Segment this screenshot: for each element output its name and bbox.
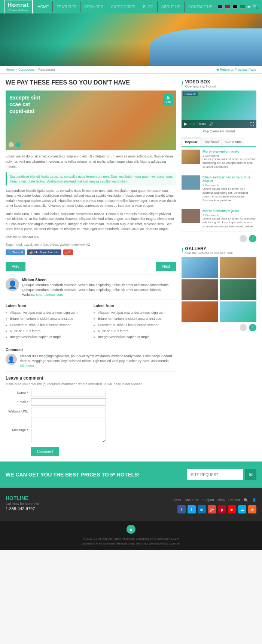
tab-popular[interactable]: Popular	[182, 138, 201, 146]
cta-input[interactable]	[187, 469, 243, 480]
tab-top-read[interactable]: Top Read	[201, 138, 222, 146]
header-right: ⇄ 🔍	[217, 4, 258, 9]
list-item[interactable]: Integer vestibulum sapien et turpis	[10, 334, 88, 340]
list-item[interactable]: Integer vestibulum sapien et turpis	[98, 334, 176, 340]
article-body-3: Nulla nulla urna, luctus ut dui lacinia,…	[6, 212, 176, 232]
website-row: Website URL	[6, 408, 176, 415]
list-item[interactable]: Etiam fermentum tincidunt arcu at tristi…	[98, 316, 176, 322]
social-linkedin[interactable]: in	[198, 505, 206, 513]
related-title-3[interactable]: Morbi elementum justo	[202, 209, 256, 213]
author-website[interactable]: smartaddons.com	[36, 293, 63, 297]
nav-categories[interactable]: CATEGORIES	[107, 1, 139, 12]
comment-submit-button[interactable]: Comment	[31, 447, 59, 456]
carousel-dot-2[interactable]	[15, 142, 21, 147]
sidebar: / VIDEO BOX Overview clip Honrat Lanzaro…	[182, 79, 256, 456]
share-icon[interactable]: ⇄	[247, 5, 250, 9]
gallery-prev-button[interactable]: ‹	[240, 324, 247, 331]
flag-es[interactable]	[225, 5, 230, 9]
fullscreen-icon[interactable]: ⛶	[250, 122, 254, 126]
list-item[interactable]: Aliquam volutpat erat at dui ultrices di…	[98, 310, 176, 316]
video-total-time: 0:00	[199, 122, 206, 126]
gallery-subtitle: See the pictures of our beautiful	[185, 251, 232, 255]
breadcrumb-home[interactable]: Home	[6, 68, 15, 71]
carousel-dot-1[interactable]	[9, 142, 14, 147]
submit-row: Comment	[6, 445, 176, 456]
social-twitter[interactable]: t	[188, 505, 196, 513]
highlight-text-1: Suspendisse blandit ligula turpis, ac co…	[10, 175, 173, 178]
cta-send-button[interactable]: ✉	[245, 469, 256, 480]
tab-comments[interactable]: Comments	[222, 138, 245, 146]
nav-services[interactable]: SERVICES	[80, 1, 107, 12]
gallery-thumb-1[interactable]	[182, 257, 218, 278]
list-item[interactable]: Nunc at purus lorem	[98, 328, 176, 334]
commenter-avatar: 👤	[6, 354, 17, 365]
social-row: 🐦 Tweet 0 👍 Like 0 you like this. g+1	[6, 249, 176, 255]
video-box-subtitle: Overview clip Honrat	[185, 85, 216, 88]
footer-user-icon[interactable]: 👤	[252, 498, 256, 502]
gplus-button[interactable]: g+1	[63, 249, 73, 255]
related-title-1[interactable]: Morbi elementum justo	[202, 150, 256, 153]
video-controls: ▶ 0:00 / 0:00 🔊 ⛶	[182, 120, 256, 128]
tweet-button[interactable]: 🐦 Tweet 0	[6, 249, 25, 255]
prev-button[interactable]: Prev	[6, 262, 25, 271]
flag-it[interactable]	[240, 5, 245, 9]
message-input[interactable]	[31, 417, 106, 443]
breadcrumb-categories[interactable]: Categories	[18, 68, 35, 71]
scroll-top-button[interactable]: ▲	[127, 525, 135, 534]
nav-contact[interactable]: CONTACT US	[185, 1, 216, 12]
gallery-thumb-4[interactable]	[220, 279, 256, 300]
volume-slider[interactable]	[216, 123, 248, 124]
footer-phone: 1-858-442-9797	[6, 506, 127, 511]
play-icon[interactable]: ▶	[184, 121, 187, 126]
name-input[interactable]	[31, 389, 106, 396]
comment-link[interactable]: Slimment	[20, 364, 34, 368]
footer-link-blog[interactable]: Blog	[218, 498, 225, 502]
nav-blog[interactable]: BLOG	[139, 1, 158, 12]
logo-sub: Charm & Cosy	[9, 9, 28, 12]
logo[interactable]: Honrat Charm & Cosy	[4, 0, 33, 14]
flag-uk[interactable]	[217, 5, 223, 9]
footer-link-contact[interactable]: Contact	[228, 498, 240, 502]
email-input[interactable]	[31, 398, 106, 406]
featured-image: Excepte sint ccae cat cupid-atat	[6, 91, 176, 150]
sidebar-next-button[interactable]: ›	[249, 235, 256, 242]
search-icon[interactable]: 🔍	[253, 4, 258, 9]
gallery-thumb-5[interactable]	[182, 301, 218, 322]
social-youtube[interactable]: ▶	[228, 505, 236, 513]
list-item[interactable]: Nunc at purus lorem	[10, 328, 88, 334]
social-skype[interactable]: ☁	[238, 505, 246, 513]
nav-about[interactable]: ABOUT US	[158, 1, 185, 12]
name-label: Name *	[6, 391, 28, 395]
social-pinterest[interactable]: p	[218, 505, 226, 513]
video-thumbnail[interactable]: Lanzarote ▶ 0:00 / 0:00 🔊 ⛶	[182, 91, 256, 128]
social-rss[interactable]: ⊛	[248, 505, 256, 513]
next-button[interactable]: Next	[156, 262, 176, 271]
gallery-thumb-6[interactable]	[220, 301, 256, 322]
breadcrumb-return[interactable]: ◀ Return to Previous Page	[216, 68, 256, 71]
gallery-thumb-2[interactable]	[220, 257, 256, 278]
footer-link-plans[interactable]: Plans	[173, 498, 181, 502]
gallery-next-button[interactable]: ›	[249, 324, 256, 331]
nav-home[interactable]: HOME	[34, 1, 53, 12]
social-googleplus[interactable]: g+	[208, 505, 216, 513]
social-facebook[interactable]: f	[177, 505, 186, 513]
list-item[interactable]: Aliquam volutpat erat at dui ultrices di…	[10, 310, 88, 316]
flag-de[interactable]	[232, 5, 238, 9]
related-title-2[interactable]: Etiam semper nec urna luctus aliquet	[202, 175, 256, 183]
footer-link-about[interactable]: About Us	[185, 498, 198, 502]
sidebar-prev-button[interactable]: ‹	[240, 235, 247, 242]
related-count-1: 3 Comments	[202, 154, 256, 157]
date-day: 5	[165, 95, 171, 101]
list-item[interactable]: Praesent eu nibh ut leo euismod semper	[10, 322, 88, 328]
footer-link-support[interactable]: Support	[202, 498, 214, 502]
comment-text: Placeat 90's meggings typewriter, pour-o…	[20, 354, 176, 363]
nav-features[interactable]: FEATURES	[53, 1, 80, 12]
like-button[interactable]: 👍 Like 0 you like this.	[27, 249, 61, 255]
website-input[interactable]	[31, 408, 106, 415]
list-item[interactable]: Etiam fermentum tincidunt arcu at tristi…	[10, 316, 88, 322]
video-clip-label: Clip Overview Honrat	[182, 129, 256, 133]
volume-icon[interactable]: 🔊	[209, 122, 213, 126]
gallery-thumb-3[interactable]	[182, 279, 218, 300]
list-item[interactable]: Praesent eu nibh ut leo euismod semper	[98, 322, 176, 328]
footer-search-icon[interactable]: 🔍	[244, 498, 248, 502]
